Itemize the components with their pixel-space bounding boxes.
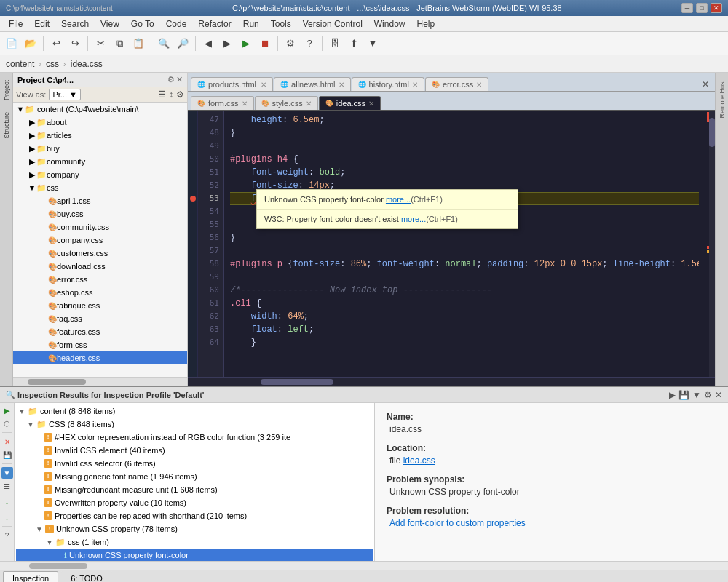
insp-invalid-selector[interactable]: ! Invalid css selector (6 items) xyxy=(16,457,373,470)
group-btn[interactable]: ☰ xyxy=(1,480,13,492)
replace-button[interactable]: 🔎 xyxy=(174,35,191,52)
tree-community-css[interactable]: 🎨 community.css xyxy=(13,220,187,234)
tree-community[interactable]: ▶ 📁 community xyxy=(13,155,187,168)
insp-missing-measure[interactable]: ! Missing/redundant measure unit (1 608 … xyxy=(16,483,373,496)
copy-button[interactable]: ⧉ xyxy=(111,35,128,52)
down-btn[interactable]: ↓ xyxy=(1,511,13,523)
forward-button[interactable]: ▶ xyxy=(218,35,236,52)
detail-resolution-link[interactable]: Add font-color to custom properties xyxy=(389,518,716,528)
insp-unknown-fontcolor[interactable]: ℹ Unknown CSS property font-color xyxy=(16,549,373,561)
filter-active-btn[interactable]: ▼ xyxy=(1,467,13,479)
tree-features-css[interactable]: 🎨 features.css xyxy=(13,325,187,338)
menu-file[interactable]: File xyxy=(3,17,28,31)
tree-about[interactable]: ▶ 📁 about xyxy=(13,116,187,129)
minimize-button[interactable]: ─ xyxy=(681,3,693,13)
tab-products-html[interactable]: 🌐 products.html ✕ xyxy=(191,77,273,91)
tab-style-close[interactable]: ✕ xyxy=(306,100,312,108)
save-results-btn[interactable]: 💾 xyxy=(1,449,13,461)
save-inspection-btn[interactable]: 💾 xyxy=(678,390,689,400)
redo-button[interactable]: ↪ xyxy=(66,35,84,52)
open-button[interactable]: 📂 xyxy=(22,35,39,52)
tooltip-more-link1[interactable]: more... xyxy=(386,195,411,204)
code-hscroll[interactable] xyxy=(188,377,715,386)
view-as-dropdown[interactable]: Pr... ▼ xyxy=(49,89,81,100)
menu-refactor[interactable]: Refactor xyxy=(192,17,237,31)
tree-error-css[interactable]: 🎨 error.css xyxy=(13,273,187,286)
help-toolbar-button[interactable]: ? xyxy=(301,35,318,52)
tab-close-panel-icon[interactable]: ✕ xyxy=(699,78,712,91)
close-inspection-btn[interactable]: ✕ xyxy=(715,390,722,400)
menu-vcs[interactable]: Version Control xyxy=(297,17,368,31)
collapse-all-btn[interactable]: ⬡ xyxy=(1,418,13,429)
back-button[interactable]: ◀ xyxy=(199,35,217,52)
tab-idea-close[interactable]: ✕ xyxy=(368,100,374,108)
remove-btn[interactable]: ✕ xyxy=(1,436,13,447)
more-button[interactable]: ▼ xyxy=(364,35,381,52)
tab-history-html[interactable]: 🌐 history.html ✕ xyxy=(352,77,424,91)
tree-company-css[interactable]: 🎨 company.css xyxy=(13,234,187,247)
structure-tab[interactable]: Structure xyxy=(1,106,12,145)
insp-overwritten[interactable]: ! Overwritten property value (10 items) xyxy=(16,496,373,509)
inspection-hscroll-track[interactable] xyxy=(15,562,728,570)
new-file-button[interactable]: 📄 xyxy=(3,35,20,52)
tab-style-css[interactable]: 🎨 style.css ✕ xyxy=(255,96,318,110)
tree-buy[interactable]: ▶ 📁 buy xyxy=(13,142,187,155)
vscrollbar-thumb[interactable] xyxy=(709,118,715,147)
search-button[interactable]: 🔍 xyxy=(155,35,173,52)
tab-form-css[interactable]: 🎨 form.css ✕ xyxy=(191,96,254,110)
breadcrumb-file[interactable]: idea.css xyxy=(71,59,103,69)
tooltip-more-link2[interactable]: more... xyxy=(401,215,426,223)
tree-customers-css[interactable]: 🎨 customers.css xyxy=(13,247,187,260)
tree-buy-css[interactable]: 🎨 buy.css xyxy=(13,207,187,220)
insp-tree-css[interactable]: ▼ 📁 CSS (8 848 items) xyxy=(16,418,373,431)
menu-run[interactable]: Run xyxy=(237,17,265,31)
tree-faq-css[interactable]: 🎨 faq.css xyxy=(13,312,187,325)
menu-view[interactable]: View xyxy=(95,17,125,31)
insp-expand-cssgroup[interactable]: ▼ xyxy=(45,538,54,546)
tree-item-root[interactable]: ▼ 📁 content (C:\p4\website\main\ xyxy=(13,103,187,116)
deploy-button[interactable]: ⬆ xyxy=(345,35,363,52)
menu-search[interactable]: Search xyxy=(55,17,95,31)
insp-expand-css[interactable]: ▼ xyxy=(26,420,35,428)
menu-window[interactable]: Window xyxy=(368,17,411,31)
code-tooltip-popup[interactable]: Unknown CSS property font-color more...(… xyxy=(256,189,518,229)
expand-icon[interactable]: ▼ xyxy=(16,105,25,113)
project-tab[interactable]: Project xyxy=(1,74,12,106)
insp-hex-item[interactable]: ! #HEX color representation instead of R… xyxy=(16,431,373,444)
tree-eshop-css[interactable]: 🎨 eshop.css xyxy=(13,286,187,299)
tree-company[interactable]: ▶ 📁 company xyxy=(13,168,187,181)
run-inspection-btn[interactable]: ▶ xyxy=(669,390,676,400)
menu-code[interactable]: Code xyxy=(160,17,193,31)
tooltip-line2[interactable]: W3C: Property font-color doesn't exist m… xyxy=(257,210,518,228)
tooltip-line1[interactable]: Unknown CSS property font-color more...(… xyxy=(257,190,518,210)
sidebar-gear-icon[interactable]: ⚙ xyxy=(167,75,175,84)
tree-headers-css[interactable]: 🎨 headers.css xyxy=(13,351,187,364)
sort-icon[interactable]: ↕ xyxy=(169,89,173,100)
menu-goto[interactable]: Go To xyxy=(125,17,160,31)
undo-button[interactable]: ↩ xyxy=(47,35,65,52)
tab-allnews-html[interactable]: 🌐 allnews.html ✕ xyxy=(274,77,351,91)
tree-april1[interactable]: 🎨 april1.css xyxy=(13,194,187,207)
tab-error-close[interactable]: ✕ xyxy=(476,81,482,89)
paste-button[interactable]: 📋 xyxy=(130,35,147,52)
insp-invalid-element[interactable]: ! Invalid CSS element (40 items) xyxy=(16,444,373,457)
flatten-icon[interactable]: ☰ xyxy=(158,89,166,100)
tab-error-css[interactable]: 🎨 error.css ✕ xyxy=(425,77,488,91)
vscrollbar-track[interactable] xyxy=(709,111,715,377)
tree-articles[interactable]: ▶ 📁 articles xyxy=(13,129,187,142)
sidebar-hscroll[interactable] xyxy=(13,377,187,386)
tree-download-css[interactable]: 🎨 download.css xyxy=(13,260,187,273)
insp-css-group[interactable]: ▼ 📁 css (1 item) xyxy=(16,535,373,549)
inspection-tree[interactable]: ▼ 📁 content (8 848 items) ▼ 📁 CSS (8 848… xyxy=(15,403,375,561)
code-content[interactable]: height: 6.5em; } #plugins h4 { font-weig… xyxy=(224,111,705,377)
tab-todo[interactable]: 6: TODO xyxy=(61,571,112,582)
settings-inspection-btn[interactable]: ⚙ xyxy=(704,390,712,400)
tree-css[interactable]: ▼ 📁 css xyxy=(13,181,187,194)
sidebar-close-icon[interactable]: ✕ xyxy=(176,75,183,84)
tab-idea-css[interactable]: 🎨 idea.css ✕ xyxy=(319,96,381,110)
insp-shorthand[interactable]: ! Properties can be replaced with shorth… xyxy=(16,509,373,522)
up-btn[interactable]: ↑ xyxy=(1,498,13,510)
tree-fabrique-css[interactable]: 🎨 fabrique.css xyxy=(13,299,187,312)
breadcrumb-css[interactable]: css xyxy=(46,59,59,69)
tab-products-close[interactable]: ✕ xyxy=(261,81,266,89)
